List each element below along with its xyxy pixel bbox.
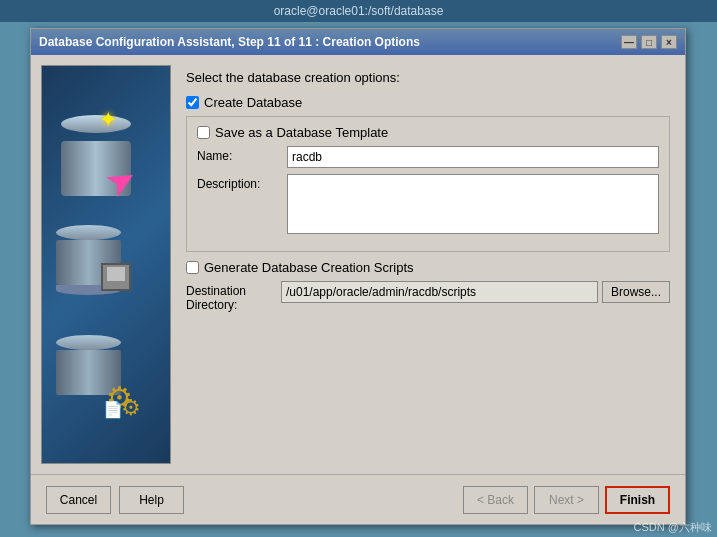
- dialog-body: ✦ ➤: [31, 55, 685, 524]
- save-template-group: Save as a Database Template Name: Descri…: [186, 116, 670, 252]
- db-illustration: ✦ ➤: [51, 105, 161, 425]
- watermark: CSDN @六种味: [634, 520, 712, 535]
- floppy-icon: [101, 263, 131, 291]
- finish-button[interactable]: Finish: [605, 486, 670, 514]
- destination-input[interactable]: [281, 281, 598, 303]
- generate-scripts-checkbox[interactable]: [186, 261, 199, 274]
- footer-right-buttons: < Back Next > Finish: [463, 486, 670, 514]
- generate-scripts-row: Generate Database Creation Scripts: [186, 260, 670, 275]
- save-template-row: Save as a Database Template: [197, 125, 659, 140]
- os-titlebar-text: oracle@oracle01:/soft/database: [274, 4, 444, 18]
- description-input-container: [287, 174, 659, 237]
- dialog-content: ✦ ➤: [31, 55, 685, 474]
- restore-button[interactable]: □: [641, 35, 657, 49]
- close-button[interactable]: ×: [661, 35, 677, 49]
- document-icon: 📄: [103, 400, 123, 419]
- description-row: Description:: [197, 174, 659, 237]
- illustration-panel: ✦ ➤: [41, 65, 171, 464]
- save-template-label: Save as a Database Template: [215, 125, 388, 140]
- dialog-title: Database Configuration Assistant, Step 1…: [39, 35, 420, 49]
- destination-input-container: Browse...: [281, 281, 670, 303]
- name-input-container: [287, 146, 659, 168]
- dialog-titlebar: Database Configuration Assistant, Step 1…: [31, 29, 685, 55]
- description-label: Description:: [197, 174, 287, 191]
- name-label: Name:: [197, 146, 287, 163]
- create-db-row: Create Database: [186, 95, 670, 110]
- star-icon: ✦: [99, 107, 117, 133]
- back-button[interactable]: < Back: [463, 486, 528, 514]
- os-titlebar: oracle@oracle01:/soft/database: [0, 0, 717, 22]
- save-template-checkbox[interactable]: [197, 126, 210, 139]
- form-panel: Select the database creation options: Cr…: [181, 65, 675, 464]
- create-db-label: Create Database: [204, 95, 302, 110]
- browse-button[interactable]: Browse...: [602, 281, 670, 303]
- destination-label: Destination Directory:: [186, 281, 281, 312]
- name-row: Name:: [197, 146, 659, 168]
- generate-scripts-label: Generate Database Creation Scripts: [204, 260, 414, 275]
- main-dialog: Database Configuration Assistant, Step 1…: [30, 28, 686, 525]
- create-db-checkbox[interactable]: [186, 96, 199, 109]
- titlebar-controls: — □ ×: [621, 35, 677, 49]
- cancel-button[interactable]: Cancel: [46, 486, 111, 514]
- destination-row: Destination Directory: Browse...: [186, 281, 670, 312]
- description-input[interactable]: [287, 174, 659, 234]
- minimize-button[interactable]: —: [621, 35, 637, 49]
- name-input[interactable]: [287, 146, 659, 168]
- section-title: Select the database creation options:: [186, 70, 670, 85]
- dialog-footer: Cancel Help < Back Next > Finish: [31, 474, 685, 524]
- next-button[interactable]: Next >: [534, 486, 599, 514]
- help-button[interactable]: Help: [119, 486, 184, 514]
- footer-left-buttons: Cancel Help: [46, 486, 184, 514]
